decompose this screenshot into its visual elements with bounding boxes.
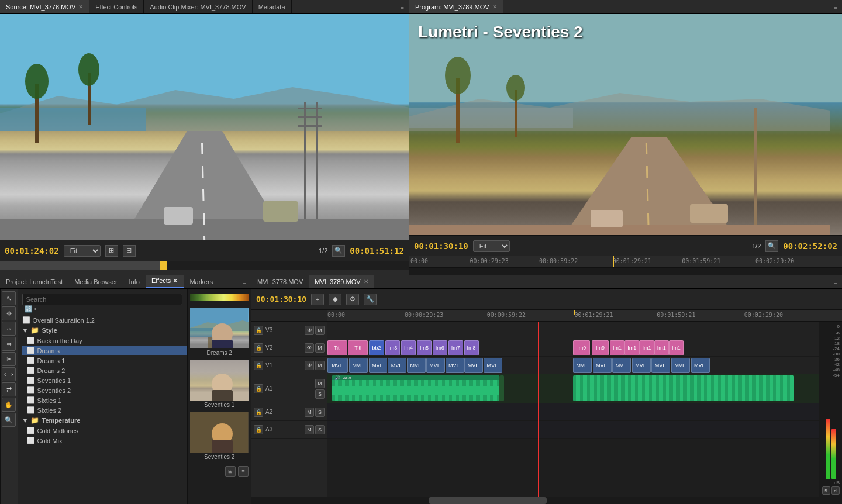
tool-hand[interactable]: ✋	[2, 398, 16, 412]
clip-v2-im7[interactable]: Im7	[448, 340, 463, 355]
tl-btn-marker[interactable]: ◆	[329, 294, 341, 305]
clip-v2-im1c[interactable]: Im1	[639, 340, 654, 355]
clip-v2-titl1[interactable]: Titl	[327, 340, 347, 355]
clip-v1-12[interactable]: MVI_	[612, 358, 631, 373]
clip-v2-im1b[interactable]: Im1	[624, 340, 639, 355]
track-solo-a3[interactable]: S	[315, 425, 325, 434]
track-mute-v2[interactable]: M	[315, 343, 325, 353]
tab-info[interactable]: Info	[123, 275, 146, 288]
clip-v1-8[interactable]: MVI_	[464, 358, 483, 373]
effects-panel-menu[interactable]: ≡	[238, 278, 251, 285]
clip-v2-im3[interactable]: Im3	[385, 340, 400, 355]
tl-btn-wrench[interactable]: 🔧	[364, 294, 377, 305]
tool-zoom[interactable]: 🔍	[2, 413, 16, 427]
preview-footer-btn-2[interactable]: ≡	[238, 466, 249, 477]
source-zoom-btn[interactable]: 🔍	[332, 245, 345, 257]
track-solo-a2[interactable]: S	[315, 408, 325, 417]
preview-seventies-1[interactable]: Seventies 1	[190, 360, 249, 409]
clip-v2-titl2[interactable]: Titl	[348, 340, 368, 355]
source-overwrite-btn[interactable]: ⊟	[123, 245, 136, 257]
track-mute-a3[interactable]: M	[305, 425, 314, 434]
timeline-scrollbar-thumb[interactable]	[429, 497, 547, 504]
program-zoom-btn[interactable]: 🔍	[765, 240, 778, 252]
clip-v1-16[interactable]: MVI_	[691, 358, 710, 373]
clip-v2-im1d[interactable]: Im1	[654, 340, 669, 355]
clip-v1-11[interactable]: MVI_	[593, 358, 612, 373]
tl-btn-settings[interactable]: ⚙	[346, 294, 359, 305]
audio-clip-a1-left[interactable]: 🔊 Aud...	[332, 375, 499, 401]
timeline-tab-mvi-3778[interactable]: MVI_3778.MOV	[251, 275, 309, 288]
effects-search-input[interactable]	[22, 294, 183, 305]
source-tab-close[interactable]: ✕	[78, 4, 83, 10]
clip-v1-14[interactable]: MVI_	[651, 358, 670, 373]
tree-item-cold-midtones[interactable]: ⬜ Cold Midtones	[22, 426, 188, 436]
tree-item-back-in-the-day[interactable]: ⬜ Back in the Day	[22, 336, 188, 346]
preview-dreams-2[interactable]: Dreams 2	[190, 308, 249, 357]
clip-v1-9[interactable]: MVI_	[484, 358, 502, 373]
tab-project[interactable]: Project: LumetriTest	[0, 275, 68, 288]
audio-clip-a1-right[interactable]	[573, 375, 794, 401]
clip-v1-2[interactable]: MVI_	[349, 358, 368, 373]
tool-arrow[interactable]: ↖	[2, 291, 16, 305]
source-fit-select[interactable]: Fit 25% 50% 75% 100%	[64, 245, 101, 257]
timeline-scrollbar[interactable]	[251, 497, 842, 504]
source-tab-source[interactable]: Source: MVI_3778.MOV ✕	[0, 0, 89, 13]
track-eye-v3[interactable]: 👁	[305, 326, 314, 335]
clip-v1-5[interactable]: MVI_	[407, 358, 426, 373]
track-mute-a1[interactable]: M	[315, 379, 325, 388]
tab-markers[interactable]: Markers	[184, 275, 219, 288]
tool-slide[interactable]: ⇄	[2, 382, 16, 396]
tool-move[interactable]: ✥	[2, 306, 16, 320]
tree-item-overall-saturation[interactable]: ⬜ Overall Saturation 1.2	[18, 315, 188, 325]
tool-slip[interactable]: ⟺	[2, 367, 16, 381]
clip-v2-im8[interactable]: Im8	[464, 340, 479, 355]
clip-v1-13[interactable]: MVI_	[632, 358, 651, 373]
clip-v2-bb2[interactable]: bb2	[369, 340, 384, 355]
timeline-tab-close[interactable]: ✕	[364, 278, 368, 285]
source-panel-menu[interactable]: ≡	[396, 4, 409, 11]
tab-media-browser[interactable]: Media Browser	[68, 275, 123, 288]
preview-seventies-2[interactable]: Seventies 2	[190, 412, 249, 461]
tree-item-seventies-2[interactable]: ⬜ Seventies 2	[22, 385, 188, 395]
track-lock-a3[interactable]: 🔒	[254, 425, 263, 434]
source-insert-btn[interactable]: ⊞	[105, 245, 118, 257]
tree-item-sixties-1[interactable]: ⬜ Sixties 1	[22, 395, 188, 405]
timeline-panel-menu[interactable]: ≡	[829, 278, 842, 285]
tree-item-dreams-1[interactable]: ⬜ Dreams 1	[22, 355, 188, 365]
tree-item-seventies-1[interactable]: ⬜ Seventies 1	[22, 375, 188, 385]
track-lock-a1[interactable]: 🔒	[254, 384, 263, 393]
clip-v1-10[interactable]: MVI_	[573, 358, 592, 373]
track-lock-a2[interactable]: 🔒	[254, 408, 263, 417]
clip-v2-im1e[interactable]: Im1	[669, 340, 684, 355]
tree-folder-temperature[interactable]: ▼ 📁 Temperature	[18, 415, 188, 426]
program-tab-close[interactable]: ✕	[492, 4, 497, 10]
clip-v2-im9a[interactable]: Im9	[573, 340, 590, 355]
source-tab-effect-controls[interactable]: Effect Controls	[89, 0, 144, 13]
program-panel-menu[interactable]: ≡	[829, 4, 842, 11]
clip-v2-im5[interactable]: Im5	[417, 340, 432, 355]
tl-btn-add-track[interactable]: +	[311, 294, 324, 305]
source-scrubber[interactable]	[0, 261, 409, 270]
track-lock-v1[interactable]: 🔒	[254, 361, 263, 370]
program-fit-select[interactable]: Fit 25% 50% 75% 100%	[473, 240, 510, 252]
clip-v2-im9b[interactable]: Im9	[592, 340, 609, 355]
tree-item-sixties-2[interactable]: ⬜ Sixties 2	[22, 405, 188, 415]
timeline-tab-mvi-3789[interactable]: MVI_3789.MOV ✕	[309, 275, 374, 288]
track-solo-a1[interactable]: S	[315, 389, 325, 399]
clip-v2-im6[interactable]: Im6	[433, 340, 447, 355]
clip-v1-15[interactable]: MVI_	[671, 358, 690, 373]
source-tab-metadata[interactable]: Metadata	[253, 0, 292, 13]
clip-v1-1[interactable]: MVI_	[327, 358, 348, 373]
tool-ripple[interactable]: ↔	[2, 322, 16, 336]
track-lock-v3[interactable]: 🔒	[254, 326, 263, 335]
clip-v1-7[interactable]: MVI_	[446, 358, 464, 373]
preview-footer-btn-1[interactable]: ⊞	[225, 466, 236, 477]
clip-v1-6[interactable]: MVI_	[426, 358, 445, 373]
clip-v2-im1a[interactable]: Im1	[610, 340, 624, 355]
program-tab-main[interactable]: Program: MVI_3789.MOV ✕	[409, 0, 503, 13]
tree-item-dreams[interactable]: ⬜ Dreams	[22, 346, 188, 355]
track-eye-v2[interactable]: 👁	[305, 343, 314, 353]
meter-btn-5[interactable]: 5	[822, 486, 830, 495]
clip-v1-4[interactable]: MVI_	[388, 358, 406, 373]
track-mute-v3[interactable]: M	[315, 326, 325, 335]
